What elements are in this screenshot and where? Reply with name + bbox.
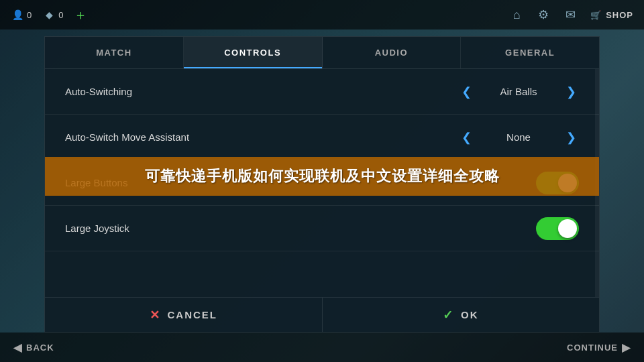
auto-switching-prev[interactable]: ❮ <box>458 84 474 100</box>
top-bar-left: 👤 0 ◆ 0 ＋ <box>11 8 87 21</box>
tab-match[interactable]: MATCH <box>45 37 184 68</box>
auto-switch-move-selector: ❮ None ❯ <box>458 129 579 145</box>
ok-label: OK <box>461 309 479 320</box>
back-label: BACK <box>26 343 54 353</box>
gems-display: ◆ 0 <box>42 8 63 21</box>
home-icon[interactable]: ⌂ <box>510 8 523 21</box>
tabs-bar: MATCH CONTROLS AUDIO GENERAL <box>45 37 599 69</box>
gems-value: 0 <box>58 10 63 20</box>
auto-switching-next[interactable]: ❯ <box>563 84 579 100</box>
auto-switching-value: Air Balls <box>485 86 552 97</box>
ok-icon: ✓ <box>443 308 454 322</box>
setting-auto-switch-move: Auto-Switch Move Assistant ❮ None ❯ <box>45 115 599 160</box>
auto-switching-label: Auto-Switching <box>65 86 132 97</box>
ok-button[interactable]: ✓ OK <box>323 298 600 332</box>
cancel-icon: ✕ <box>150 308 161 322</box>
shop-label: SHOP <box>606 10 633 20</box>
tab-general[interactable]: GENERAL <box>461 37 599 68</box>
top-bar-right: ⌂ ⚙ ✉ 🛒 SHOP <box>510 8 633 21</box>
continue-arrow-icon: ▶ <box>622 341 631 354</box>
setting-large-joystick: Large Joystick <box>45 206 599 251</box>
coins-icon: 👤 <box>11 8 24 21</box>
gems-icon: ◆ <box>42 8 56 21</box>
tab-audio[interactable]: AUDIO <box>323 37 462 68</box>
auto-switch-move-next[interactable]: ❯ <box>563 129 579 145</box>
gear-icon[interactable]: ⚙ <box>537 8 550 21</box>
setting-auto-switching: Auto-Switching ❮ Air Balls ❯ <box>45 69 599 115</box>
mail-icon[interactable]: ✉ <box>564 8 577 21</box>
auto-switch-move-prev[interactable]: ❮ <box>458 129 474 145</box>
auto-switching-selector: ❮ Air Balls ❯ <box>458 84 579 100</box>
large-joystick-toggle[interactable] <box>536 217 579 240</box>
auto-switch-move-value: None <box>485 131 552 143</box>
coins-display: 👤 0 <box>11 8 32 21</box>
back-button[interactable]: ◀ BACK <box>13 341 54 354</box>
large-joystick-label: Large Joystick <box>65 223 129 234</box>
cart-icon: 🛒 <box>590 10 602 20</box>
cancel-button[interactable]: ✕ CANCEL <box>45 298 323 332</box>
cancel-label: CANCEL <box>168 309 218 320</box>
add-button[interactable]: ＋ <box>74 8 87 21</box>
continue-label: CONTINUE <box>567 343 618 353</box>
top-bar: 👤 0 ◆ 0 ＋ ⌂ ⚙ ✉ 🛒 SHOP <box>0 0 644 29</box>
settings-dialog: MATCH CONTROLS AUDIO GENERAL Auto-Switch… <box>44 36 600 333</box>
shop-button[interactable]: 🛒 SHOP <box>590 10 633 20</box>
auto-switch-move-label: Auto-Switch Move Assistant <box>65 131 189 143</box>
back-arrow-icon: ◀ <box>13 341 22 354</box>
footer-nav: ◀ BACK CONTINUE ▶ <box>0 333 644 362</box>
settings-content: Auto-Switching ❮ Air Balls ❯ Auto-Switch… <box>45 69 599 297</box>
add-icon: ＋ <box>74 8 87 21</box>
continue-button[interactable]: CONTINUE ▶ <box>567 341 631 354</box>
promo-banner: 可靠快递手机版如何实现联机及中文设置详细全攻略 <box>45 157 599 196</box>
banner-text: 可靠快递手机版如何实现联机及中文设置详细全攻略 <box>145 166 500 186</box>
large-joystick-knob <box>558 219 577 238</box>
coins-value: 0 <box>27 10 32 20</box>
tab-controls[interactable]: CONTROLS <box>184 37 323 68</box>
dialog-bottom-bar: ✕ CANCEL ✓ OK <box>45 297 599 332</box>
